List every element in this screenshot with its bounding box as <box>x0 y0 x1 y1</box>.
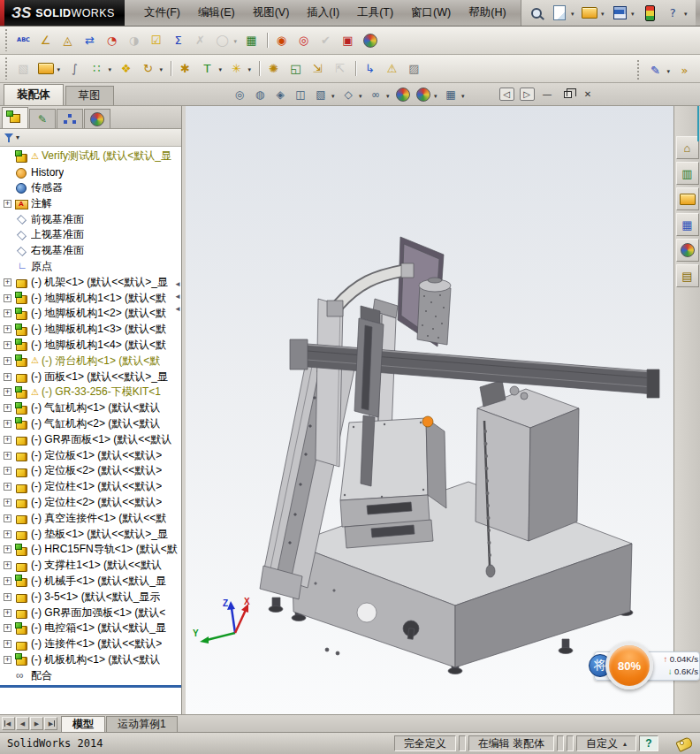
tree-item[interactable]: ⚠ (-) 地脚板机构1<3> (默认<默 <box>0 322 181 338</box>
tab-motion-study-1[interactable]: 运动算例1 <box>106 716 178 732</box>
tree-item[interactable]: ⚠ 原点 <box>0 259 181 275</box>
tab-scroll-next[interactable]: ▶ <box>30 717 43 730</box>
tree-item[interactable]: ⚠ (-) 电控箱<1> (默认<默认_显 <box>0 621 181 636</box>
save-document-icon[interactable] <box>610 3 630 23</box>
doc-restore-button[interactable] <box>560 88 575 101</box>
interference-detection-icon[interactable]: ⚠ <box>382 58 402 79</box>
tree-item[interactable]: ⚠ (-) 气缸机构<1> (默认<默认 <box>0 400 181 416</box>
smart-fasteners-icon[interactable]: ✱ <box>175 58 195 79</box>
tree-item[interactable]: ⚠ (-) 定位板<2> (默认<<默认> <box>0 463 181 479</box>
tag-icon[interactable] <box>673 735 696 751</box>
toolbar-grip[interactable] <box>4 29 10 51</box>
tab-assembly[interactable]: 装配体 <box>4 84 64 105</box>
expand-toggle[interactable] <box>4 577 11 585</box>
render-options-icon[interactable]: ◎ <box>293 30 314 50</box>
expand-toggle[interactable] <box>4 294 11 302</box>
mass-properties-icon[interactable]: ◬ <box>57 30 78 50</box>
doc-close-button[interactable]: ✕ <box>581 88 596 101</box>
tree-item[interactable]: ⚠ (-) 地脚板机构1<2> (默认<默 <box>0 306 181 322</box>
tab-sketch[interactable]: 草图 <box>65 86 114 105</box>
performance-evaluation-icon[interactable]: ◔ <box>102 30 122 50</box>
separator[interactable] <box>263 30 270 50</box>
tree-item[interactable]: ⚠ (-) 机械手<1> (默认<默认_显 <box>0 574 181 590</box>
tree-item[interactable]: ⚠ (-) 连接件<1> (默认<<默认> <box>0 636 181 652</box>
insert-from-file-icon[interactable] <box>35 58 56 79</box>
measure-icon[interactable]: ∠ <box>35 30 56 50</box>
expand-toggle[interactable] <box>4 561 11 569</box>
custom-properties-icon[interactable]: ▤ <box>676 264 699 287</box>
separator[interactable] <box>352 58 358 79</box>
deviation-analysis-icon[interactable]: ✗ <box>190 30 210 50</box>
help-icon[interactable]: ? <box>663 3 683 23</box>
transfer-icon[interactable]: ⇄ <box>80 30 100 50</box>
expand-toggle[interactable] <box>4 404 11 412</box>
expand-toggle[interactable] <box>4 483 11 491</box>
spell-checker-icon[interactable]: ABC <box>13 30 34 50</box>
expand-toggle[interactable] <box>4 309 11 317</box>
graphics-viewport[interactable]: Z X Y <box>186 106 673 714</box>
expand-toggle[interactable] <box>4 514 11 522</box>
tab-scroll-first[interactable]: ◀ <box>2 717 15 730</box>
tab-scroll-prev[interactable]: ◀ <box>16 717 29 730</box>
zoom-fit-icon[interactable]: ◎ <box>231 85 249 103</box>
rotate-component-icon[interactable]: ↻ <box>138 58 158 79</box>
pane-collapse-right-button[interactable]: ▷ <box>520 88 535 101</box>
compare-docs-icon[interactable]: ▣ <box>338 30 358 50</box>
tree-item[interactable]: ⚠ (-) 定位柱<1> (默认<<默认> <box>0 479 181 495</box>
tree-item[interactable]: ⚠ (-) 滑台机构<1> (默认<默 <box>0 353 181 369</box>
resources-home-icon[interactable]: ⌂ <box>676 136 699 159</box>
tree-item[interactable]: ⚠ 注解 <box>0 195 181 211</box>
hide-show-items-icon[interactable]: ∞ <box>367 85 385 103</box>
menu-window[interactable]: 窗口(W) <box>404 3 458 23</box>
tab-model[interactable]: 模型 <box>61 716 105 732</box>
menu-help[interactable]: 帮助(H) <box>461 3 513 23</box>
expand-toggle[interactable] <box>4 609 11 617</box>
filter-dropdown-icon[interactable]: ▾ <box>16 133 19 141</box>
status-help-button[interactable]: ? <box>639 735 658 751</box>
tree-item[interactable]: ⚠ 配合 <box>0 667 181 683</box>
tab-dimxpertmanager[interactable] <box>84 109 110 128</box>
net-speed-widget[interactable]: 将 ↑ 0.04K/s ↓ 0.6K/s 80% <box>587 646 700 685</box>
appearances-icon[interactable] <box>676 239 699 262</box>
tree-item[interactable]: ⚠ (-) 气缸机构<2> (默认<默认 <box>0 416 181 432</box>
expand-toggle[interactable] <box>4 325 11 333</box>
toolbar-grip[interactable] <box>635 60 642 80</box>
panel-resize-arrows[interactable]: ◄◄◄ <box>174 281 182 313</box>
expand-toggle[interactable] <box>4 545 11 553</box>
sketch-icon[interactable]: ✎ <box>645 60 666 80</box>
tree-root-verify[interactable]: ⚠ Verify测试机 (默认<默认_显 <box>0 149 181 164</box>
tree-item[interactable]: ⚠ (-) 定位板<1> (默认<<默认> <box>0 447 181 463</box>
tree-item[interactable]: ⚠ 上视基准面 <box>0 227 181 243</box>
expand-toggle[interactable] <box>4 452 11 460</box>
section-view-icon[interactable]: ◫ <box>292 85 310 103</box>
zoom-area-icon[interactable]: ◍ <box>251 85 270 103</box>
view-palette-icon[interactable]: ▦ <box>676 213 699 236</box>
move-with-triad-icon[interactable]: T <box>197 58 217 79</box>
toolbar-overflow-icon[interactable]: » <box>674 60 695 80</box>
optimization-badge[interactable]: 80% <box>605 642 653 689</box>
expand-toggle[interactable] <box>4 420 11 428</box>
tree-item[interactable]: ⚠ (-) 3-5<1> (默认<默认_显示 <box>0 589 181 605</box>
exploded-view-icon[interactable]: ✳ <box>226 58 247 79</box>
equations-icon[interactable]: Σ <box>168 30 188 50</box>
new-document-icon[interactable] <box>550 3 570 23</box>
tree-item[interactable]: ⚠ (-) GR界面板<1> (默认<<默认 <box>0 431 181 447</box>
statistics-icon[interactable]: ◑ <box>124 30 144 50</box>
tree-item[interactable]: ⚠ (-) 机架<1> (默认<<默认>_显 <box>0 274 181 290</box>
tree-item[interactable]: ⚠ (-) 真空连接件<1> (默认<<默 <box>0 510 181 526</box>
zoom-selected-icon[interactable]: ◈ <box>271 85 290 103</box>
insert-component-icon[interactable]: ▧ <box>13 58 34 79</box>
status-custom-dropdown[interactable]: 自定义▴ <box>576 735 636 751</box>
separator[interactable] <box>167 58 173 79</box>
search-icon[interactable] <box>527 3 547 23</box>
expand-toggle[interactable] <box>4 530 11 538</box>
expand-toggle[interactable] <box>4 436 11 444</box>
collaboration-light-icon[interactable] <box>640 3 660 23</box>
expand-toggle[interactable] <box>4 278 11 286</box>
expand-toggle[interactable] <box>4 624 11 632</box>
tree-item[interactable]: ⚠ (-) 地脚板机构1<4> (默认<默 <box>0 338 181 354</box>
view-orientation-icon[interactable]: ▧ <box>312 85 331 103</box>
tree-item[interactable]: ⚠ History <box>0 164 181 180</box>
tab-scroll-last[interactable]: ▶ <box>44 717 57 730</box>
check-icon[interactable]: ◯ <box>212 30 232 50</box>
